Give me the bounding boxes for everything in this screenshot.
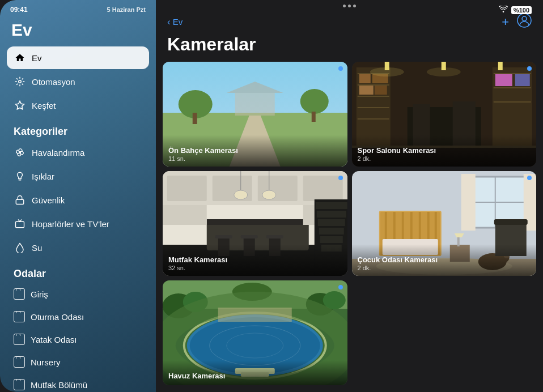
- svg-rect-58: [163, 205, 207, 225]
- svg-rect-4: [16, 221, 24, 228]
- sidebar: 09:41 5 Haziran Pzt Ev Ev Otomasyon: [0, 0, 156, 392]
- svg-rect-94: [494, 219, 527, 225]
- svg-rect-22: [357, 118, 389, 120]
- svg-rect-57: [303, 176, 343, 201]
- room-icon-oturma: [14, 311, 25, 322]
- camera-overlay-on-bahce: Ön Bahçe Kamerası 11 sn.: [163, 135, 347, 167]
- svg-point-39: [370, 67, 404, 76]
- svg-rect-30: [493, 101, 531, 103]
- add-button[interactable]: +: [502, 15, 509, 29]
- main-header: ‹ Ev +: [156, 7, 543, 32]
- home-icon: [14, 52, 26, 64]
- camera-dot-cocuk-odasi: [527, 176, 532, 180]
- svg-rect-65: [316, 202, 347, 209]
- camera-dot-havuz: [338, 285, 343, 289]
- sidebar-item-nursery[interactable]: Nursery: [7, 351, 149, 373]
- svg-point-41: [426, 67, 460, 76]
- camera-name-mutfak: Mutfak Kamerası: [168, 255, 342, 264]
- lightbulb-icon: [14, 170, 26, 182]
- sidebar-item-label-kesfet: Keşfet: [32, 101, 56, 110]
- room-icon-nursery: [14, 356, 25, 368]
- back-label: Ev: [173, 17, 183, 27]
- camera-overlay-havuz: Havuz Kamerası: [163, 360, 347, 385]
- camera-card-mutfak[interactable]: Mutfak Kamerası 32 sn.: [163, 171, 347, 276]
- svg-point-6: [522, 16, 527, 21]
- sidebar-item-label-havalandirma: Havalandırma: [32, 148, 84, 157]
- svg-rect-20: [357, 96, 389, 97]
- camera-card-spor-salonu[interactable]: Spor Salonu Kamerası 2 dk.: [352, 62, 537, 167]
- main-status-bar: %100: [156, 0, 543, 7]
- status-bar: 09:41 5 Haziran Pzt: [0, 0, 156, 16]
- sidebar-item-label-yatak: Yatak Odası: [31, 335, 77, 344]
- svg-rect-66: [317, 211, 346, 218]
- automation-icon: [14, 75, 26, 88]
- sidebar-item-guvenlik[interactable]: Güvenlik: [7, 189, 149, 211]
- svg-marker-1: [16, 101, 24, 109]
- sidebar-item-oturma[interactable]: Oturma Odası: [7, 306, 149, 327]
- camera-overlay-mutfak: Mutfak Kamerası 32 sn.: [163, 244, 347, 276]
- svg-rect-25: [359, 86, 373, 95]
- profile-button[interactable]: [517, 13, 532, 31]
- sidebar-item-label-su: Su: [32, 243, 42, 253]
- sidebar-item-label-ev: Ev: [32, 53, 42, 63]
- camera-grid: Ön Bahçe Kamerası 11 sn.: [156, 62, 543, 392]
- svg-rect-48: [215, 235, 232, 238]
- camera-card-on-bahce[interactable]: Ön Bahçe Kamerası 11 sn.: [163, 62, 347, 167]
- svg-rect-19: [357, 84, 389, 86]
- room-icon-yatak: [14, 334, 25, 345]
- svg-point-0: [19, 80, 22, 83]
- sidebar-item-label-otomasyon: Otomasyon: [32, 77, 75, 87]
- svg-rect-29: [493, 87, 531, 88]
- room-icon-mutfak: [14, 379, 25, 390]
- sidebar-item-yatak[interactable]: Yatak Odası: [7, 329, 149, 350]
- back-button[interactable]: ‹ Ev: [167, 16, 183, 28]
- sidebar-item-ev[interactable]: Ev: [7, 46, 149, 69]
- chevron-left-icon: ‹: [167, 16, 171, 28]
- sidebar-item-isiklar[interactable]: Işıklar: [7, 165, 149, 188]
- svg-rect-69: [320, 236, 343, 243]
- camera-time-mutfak: 32 sn.: [168, 265, 342, 271]
- drop-icon: [14, 241, 26, 254]
- svg-rect-21: [357, 107, 389, 108]
- camera-overlay-spor-salonu: Spor Salonu Kamerası 2 dk.: [352, 135, 537, 167]
- lock-icon: [14, 194, 26, 206]
- svg-rect-14: [235, 93, 275, 116]
- sidebar-item-mutfak-bolumu[interactable]: Mutfak Bölümü: [7, 374, 149, 392]
- svg-point-11: [300, 89, 329, 114]
- svg-rect-68: [319, 228, 344, 235]
- camera-time-cocuk-odasi: 2 dk.: [358, 265, 531, 271]
- sidebar-item-label-giris: Giriş: [31, 289, 48, 299]
- battery-status: %100: [511, 6, 532, 14]
- sidebar-title: Ev: [0, 16, 156, 46]
- svg-rect-67: [318, 219, 345, 226]
- sidebar-item-su[interactable]: Su: [7, 236, 149, 259]
- sidebar-item-label-isiklar: Işıklar: [32, 172, 54, 181]
- svg-point-61: [234, 190, 248, 199]
- room-icon-giris: [14, 288, 25, 300]
- fan-icon: [14, 146, 26, 159]
- camera-overlay-cocuk-odasi: Çocuk Odası Kamerası 2 dk.: [352, 244, 537, 276]
- categories-header: Kategoriler: [7, 118, 149, 141]
- sidebar-item-kesfet[interactable]: Keşfet: [7, 94, 149, 117]
- svg-rect-26: [374, 86, 387, 95]
- camera-card-havuz[interactable]: Havuz Kamerası: [163, 280, 347, 385]
- svg-rect-46: [207, 219, 309, 225]
- sidebar-item-giris[interactable]: Giriş: [7, 283, 149, 305]
- sidebar-item-otomasyon[interactable]: Otomasyon: [7, 70, 149, 93]
- svg-rect-12: [193, 113, 197, 124]
- svg-rect-23: [359, 74, 370, 83]
- svg-rect-50: [241, 235, 258, 238]
- sidebar-item-havalandirma[interactable]: Havalandırma: [7, 141, 149, 164]
- camera-time-on-bahce: 11 sn.: [168, 155, 342, 162]
- sidebar-item-label-nursery: Nursery: [31, 357, 61, 367]
- rooms-header: Odalar: [7, 260, 149, 283]
- camera-dot-mutfak: [338, 176, 343, 180]
- camera-name-on-bahce: Ön Bahçe Kamerası: [168, 146, 342, 155]
- svg-rect-31: [495, 74, 512, 86]
- camera-card-cocuk-odasi[interactable]: Çocuk Odası Kamerası 2 dk.: [352, 171, 537, 276]
- sidebar-item-label-oturma: Oturma Odası: [31, 312, 84, 322]
- header-actions: +: [502, 13, 532, 31]
- svg-rect-28: [493, 73, 531, 74]
- sidebar-item-hoparlor[interactable]: Hoparlörler ve TV'ler: [7, 212, 149, 235]
- tv-icon: [14, 218, 26, 230]
